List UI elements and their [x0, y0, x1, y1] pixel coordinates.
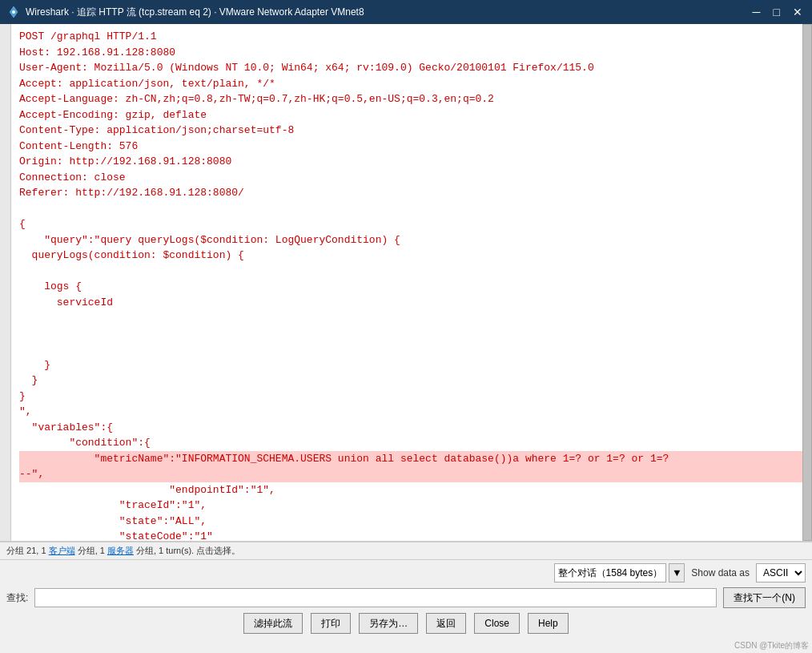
content-line: "state":"ALL", — [19, 514, 806, 530]
find-row: 查找: 查找下一个(N) — [6, 587, 806, 608]
watermark: CSDN @Tkite的博客 — [734, 640, 809, 651]
window-controls: ─ □ ✕ — [750, 6, 806, 18]
status-text: 分组 21, 1 客户端 分组, 1 服务器 分组, 1 turn(s). 点击… — [6, 545, 240, 557]
content-line: "metricName":"INFORMATION_SCHEMA.USERS u… — [19, 451, 806, 467]
print-button[interactable]: 打印 — [311, 613, 351, 634]
content-line — [19, 201, 806, 217]
content-line: logs { — [19, 279, 806, 295]
show-data-row: 整个对话（1584 bytes） ▼ Show data as ASCII He… — [6, 563, 806, 582]
show-data-select[interactable]: ASCII Hex Raw — [756, 563, 806, 582]
action-buttons-row: 滤掉此流 打印 另存为… 返回 Close Help — [6, 613, 806, 637]
content-line: } — [19, 357, 806, 373]
content-line — [19, 264, 806, 280]
content-line: } — [19, 389, 806, 405]
content-line: "query":"query queryLogs($condition: Log… — [19, 232, 806, 248]
whole-dialog-value: 整个对话（1584 bytes） — [558, 566, 663, 580]
title-bar: Wireshark · 追踪 HTTP 流 (tcp.stream eq 2) … — [0, 0, 812, 24]
content-line: serviceId — [19, 295, 806, 311]
content-line: Accept-Language: zh-CN,zh;q=0.8,zh-TW;q=… — [19, 91, 806, 107]
content-line: Content-Length: 576 — [19, 139, 806, 155]
filter-button[interactable]: 滤掉此流 — [243, 613, 303, 634]
close-button[interactable]: ✕ — [790, 6, 806, 18]
content-line — [19, 310, 806, 326]
client-link[interactable]: 客户端 — [49, 546, 75, 555]
svg-point-1 — [12, 10, 15, 14]
http-content-area[interactable]: POST /graphql HTTP/1.1Host: 192.168.91.1… — [0, 24, 812, 542]
content-line — [19, 341, 806, 357]
whole-dialog-combo[interactable]: 整个对话（1584 bytes） — [554, 563, 667, 582]
content-line: Content-Type: application/json;charset=u… — [19, 123, 806, 139]
content-line: Host: 192.168.91.128:8080 — [19, 45, 806, 61]
help-button[interactable]: Help — [528, 613, 569, 634]
window-title: Wireshark · 追踪 HTTP 流 (tcp.stream eq 2) … — [26, 6, 750, 19]
scrollbar[interactable] — [802, 24, 812, 541]
content-line: "traceId":"1", — [19, 498, 806, 514]
left-bar — [0, 24, 11, 541]
wireshark-icon — [6, 5, 21, 19]
minimize-button[interactable]: ─ — [750, 6, 764, 18]
content-line: { — [19, 216, 806, 232]
content-line: "stateCode":"1" — [19, 529, 806, 542]
whole-dialog-arrow[interactable]: ▼ — [669, 563, 685, 582]
content-line: "endpointId":"1", — [19, 482, 806, 498]
content-line: "condition":{ — [19, 435, 806, 451]
status-bar: 分组 21, 1 客户端 分组, 1 服务器 分组, 1 turn(s). 点击… — [0, 542, 812, 559]
show-data-label: Show data as — [691, 567, 750, 578]
content-line: Accept-Encoding: gzip, deflate — [19, 107, 806, 123]
main-content: POST /graphql HTTP/1.1Host: 192.168.91.1… — [0, 24, 812, 653]
content-line: Accept: application/json, text/plain, */… — [19, 76, 806, 92]
whole-dialog-row: 整个对话（1584 bytes） ▼ — [554, 563, 685, 582]
find-next-button[interactable]: 查找下一个(N) — [723, 587, 806, 608]
find-label: 查找: — [6, 591, 28, 605]
content-line: User-Agent: Mozilla/5.0 (Windows NT 10.0… — [19, 60, 806, 76]
content-line: Connection: close — [19, 170, 806, 186]
content-line: ", — [19, 404, 806, 420]
bottom-controls: 整个对话（1584 bytes） ▼ Show data as ASCII He… — [0, 559, 812, 640]
find-input[interactable] — [34, 588, 717, 607]
maximize-button[interactable]: □ — [770, 6, 783, 18]
content-line — [19, 326, 806, 342]
content-line: } — [19, 373, 806, 389]
content-line: Origin: http://192.168.91.128:8080 — [19, 154, 806, 170]
content-line: "variables":{ — [19, 420, 806, 436]
content-body: POST /graphql HTTP/1.1Host: 192.168.91.1… — [19, 29, 806, 542]
back-button[interactable]: 返回 — [426, 613, 466, 634]
close-button-bottom[interactable]: Close — [474, 613, 520, 634]
save-as-button[interactable]: 另存为… — [359, 613, 418, 634]
server-link[interactable]: 服务器 — [107, 546, 134, 555]
content-line: --", — [19, 466, 806, 482]
content-line: queryLogs(condition: $condition) { — [19, 248, 806, 264]
content-line: Referer: http://192.168.91.128:8080/ — [19, 185, 806, 201]
content-line: POST /graphql HTTP/1.1 — [19, 29, 806, 45]
